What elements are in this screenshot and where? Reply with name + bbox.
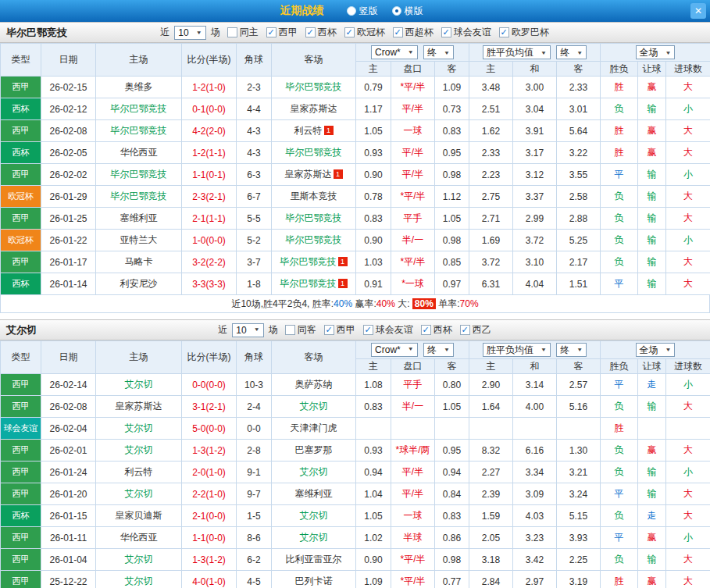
team-name: 巴塞罗那 xyxy=(295,444,333,455)
radio-selected-icon xyxy=(392,6,401,16)
europe-odds-group-header: 胜平负均值▼ 终▼ xyxy=(469,44,601,62)
league-filter-checkbox[interactable]: ✓欧罗巴杯 xyxy=(499,26,549,39)
score-cell: 4-0(1-0) xyxy=(182,571,237,588)
goals-result-cell: 大 xyxy=(666,120,710,142)
league-type-cell: 西杯 xyxy=(1,505,41,527)
handicap-result-cell: 输 xyxy=(638,251,666,273)
corners-cell: 1-8 xyxy=(237,273,272,295)
away-team-cell: 艾尔切 xyxy=(272,396,356,418)
league-filter-checkbox[interactable]: ✓西乙 xyxy=(460,323,491,337)
lose-odds-cell: 1.30 xyxy=(557,440,601,461)
match-row: 西甲26-02-01艾尔切1-3(1-2)2-8巴塞罗那0.93*球半/两0.9… xyxy=(1,440,710,461)
draw-odds-cell: 3.14 xyxy=(513,374,557,396)
goals-result-cell: 小 xyxy=(666,164,710,186)
team-name: 毕尔巴鄂竞技 xyxy=(111,191,167,201)
checkbox-icon: ✓ xyxy=(363,325,373,335)
handicap-line-cell: 平/半 xyxy=(391,164,435,186)
europe-stage-select[interactable]: 终▼ xyxy=(556,343,587,357)
odds-stage-select[interactable]: 终▼ xyxy=(423,343,454,357)
league-filter-checkbox[interactable]: ✓球会友谊 xyxy=(441,26,491,39)
lose-odds-cell: 5.16 xyxy=(557,396,601,418)
match-row: 西甲26-01-17马略卡3-2(2-2)3-7毕尔巴鄂竞技11.03*平/半0… xyxy=(1,251,710,273)
checkbox-label: 同客 xyxy=(298,323,316,337)
score-cell: 2-0(1-0) xyxy=(182,461,237,483)
recent-count-select[interactable]: 10▼ xyxy=(232,323,263,337)
team-name: 天津津门虎 xyxy=(291,422,337,433)
bookmaker-select[interactable]: Crow*▼ xyxy=(371,343,418,357)
page-title: 近期战绩 xyxy=(280,4,324,18)
odds-stage-select[interactable]: 终▼ xyxy=(423,45,454,59)
close-button[interactable]: ✕ xyxy=(690,3,706,19)
same-venue-checkbox[interactable]: 同主 xyxy=(227,26,259,39)
league-filter-checkbox[interactable]: ✓球会友谊 xyxy=(363,323,413,337)
score-cell: 3-3(3-3) xyxy=(182,273,237,295)
checkbox-label: 西乙 xyxy=(473,323,491,337)
summary-segment: 40% xyxy=(334,298,352,309)
bookmaker-select[interactable]: Crow*▼ xyxy=(371,45,418,59)
bookmaker-select-value: Crow* xyxy=(375,47,401,58)
odds-mean-select-value: 胜平负均值 xyxy=(487,344,533,357)
date-cell: 26-01-15 xyxy=(41,505,96,527)
result-cell: 负 xyxy=(601,98,638,120)
away-team-cell: 毕尔巴鄂竞技 xyxy=(272,142,356,164)
handicap-result-cell: 输 xyxy=(638,549,666,571)
odds-mean-select[interactable]: 胜平负均值▼ xyxy=(483,45,551,59)
team-name: 艾尔切 xyxy=(300,532,328,543)
scope-select[interactable]: 全场▼ xyxy=(636,343,676,357)
team-name: 毕尔巴鄂竞技 xyxy=(280,256,337,267)
league-filter-checkbox[interactable]: ✓西甲 xyxy=(324,323,355,337)
handicap-line-cell: 一球 xyxy=(391,120,435,142)
recent-count-select[interactable]: 10▼ xyxy=(174,26,205,40)
league-filter-checkbox[interactable]: ✓西超杯 xyxy=(393,26,433,39)
goals-result-cell: 大 xyxy=(666,440,710,461)
league-type-cell: 西甲 xyxy=(1,164,41,186)
lose-odds-cell: 3.55 xyxy=(557,164,601,186)
home-team-cell: 艾尔切 xyxy=(96,440,182,461)
league-filter-checkbox[interactable]: ✓西杯 xyxy=(421,323,452,337)
date-cell: 26-02-04 xyxy=(41,418,96,440)
league-filter-checkbox[interactable]: ✓西甲 xyxy=(266,26,298,39)
scope-select[interactable]: 全场▼ xyxy=(636,45,676,59)
win-odds-cell: 2.71 xyxy=(469,208,513,230)
checkbox-label: 同主 xyxy=(240,26,259,39)
date-cell: 26-01-17 xyxy=(41,251,96,273)
team-name: 毕尔巴鄂竞技 xyxy=(280,278,337,289)
radio-vertical-layout[interactable]: 竖版 xyxy=(347,5,378,18)
europe-odds-group-header: 胜平负均值▼ 终▼ xyxy=(469,341,601,359)
result-cell: 平 xyxy=(601,483,638,505)
home-water-cell: 0.90 xyxy=(356,164,391,186)
away-team-cell: 毕尔巴鄂竞技 xyxy=(272,230,356,251)
score-cell: 5-0(0-0) xyxy=(182,418,237,440)
same-venue-checkbox[interactable]: 同客 xyxy=(285,323,316,337)
league-filter-checkbox[interactable]: ✓欧冠杯 xyxy=(344,26,385,39)
draw-odds-cell: 3.34 xyxy=(513,461,557,483)
result-cell: 负 xyxy=(601,230,638,251)
home-team-cell: 华伦西亚 xyxy=(96,527,182,549)
team-name: 艾尔切 xyxy=(125,576,153,586)
checkbox-label: 欧罗巴杯 xyxy=(512,26,549,39)
league-filter-checkbox[interactable]: ✓西杯 xyxy=(305,26,337,39)
score-cell: 1-3(1-2) xyxy=(182,440,237,461)
odds-mean-select[interactable]: 胜平负均值▼ xyxy=(483,343,551,357)
europe-stage-select[interactable]: 终▼ xyxy=(556,45,587,59)
radio-label: 横版 xyxy=(405,5,423,18)
bookmaker-select-value: Crow* xyxy=(375,344,401,355)
goals-result-cell: 大 xyxy=(666,571,710,588)
handicap-result-cell: 赢 xyxy=(638,440,666,461)
handicap-line-cell: 平手 xyxy=(391,374,435,396)
match-row: 西甲26-02-14艾尔切0-0(0-0)10-3奥萨苏纳1.08平手0.802… xyxy=(1,374,710,396)
home-water-cell: 0.93 xyxy=(356,440,391,461)
team-name: 皇家苏斯达 xyxy=(291,103,337,114)
lose-odds-cell: 3.01 xyxy=(557,98,601,120)
draw-odds-cell xyxy=(513,418,557,440)
handicap-line-cell: *一球 xyxy=(391,273,435,295)
checkbox-icon: ✓ xyxy=(344,27,355,37)
win-odds-cell: 2.33 xyxy=(469,142,513,164)
away-team-cell: 毕尔巴鄂竞技1 xyxy=(272,273,356,295)
team-name: 毕尔巴鄂竞技 xyxy=(111,125,167,136)
team-name: 里斯本竞技 xyxy=(291,191,337,201)
chevron-down-icon: ▼ xyxy=(541,49,547,55)
team-name: 毕尔巴鄂竞技 xyxy=(286,212,342,223)
section-team-title: 毕尔巴鄂竞技 xyxy=(6,26,67,40)
radio-horizontal-layout[interactable]: 横版 xyxy=(392,5,423,18)
